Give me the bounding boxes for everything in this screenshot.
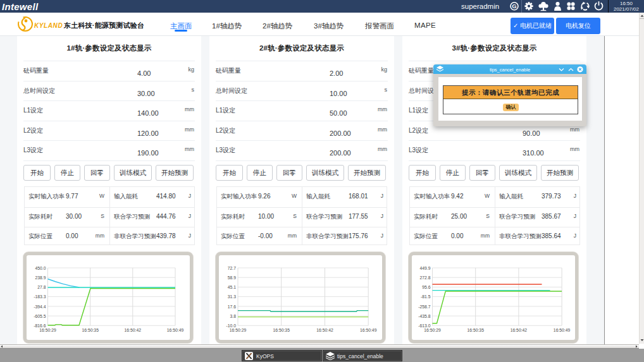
svg-text:-10.0: -10.0 <box>226 323 237 328</box>
svg-text:16:50:49: 16:50:49 <box>554 328 571 332</box>
svg-text:16:50:49: 16:50:49 <box>167 328 184 332</box>
svg-text:-613.0: -613.0 <box>418 323 430 328</box>
svg-text:16:50:35: 16:50:35 <box>467 328 484 332</box>
svg-text:238.9: 238.9 <box>35 275 46 280</box>
svg-text:58.9: 58.9 <box>228 275 236 280</box>
svg-text:95.6: 95.6 <box>422 285 430 289</box>
svg-text:450.0: 450.0 <box>35 266 46 270</box>
svg-text:72.7: 72.7 <box>228 266 236 270</box>
svg-text:16:50:42: 16:50:42 <box>125 328 142 332</box>
svg-text:16:50:35: 16:50:35 <box>273 328 290 332</box>
svg-text:449.9: 449.9 <box>419 266 430 270</box>
svg-text:-81.5: -81.5 <box>421 294 431 299</box>
svg-text:-435.8: -435.8 <box>418 314 430 318</box>
svg-text:16:50:42: 16:50:42 <box>316 328 333 332</box>
svg-text:272.8: 272.8 <box>419 275 430 280</box>
svg-text:27.8: 27.8 <box>37 285 46 289</box>
svg-text:-183.3: -183.3 <box>34 294 46 299</box>
svg-text:-394.4: -394.4 <box>34 305 46 309</box>
svg-text:-816.6: -816.6 <box>34 323 46 328</box>
svg-text:16:50:42: 16:50:42 <box>511 328 528 332</box>
svg-text:-605.5: -605.5 <box>34 314 46 318</box>
svg-text:31.3: 31.3 <box>228 294 236 299</box>
svg-text:16:50:29: 16:50:29 <box>39 328 56 332</box>
svg-text:16:50:49: 16:50:49 <box>360 328 377 332</box>
svg-text:G: G <box>512 3 516 9</box>
svg-text:16:50:29: 16:50:29 <box>424 328 441 332</box>
svg-text:17.6: 17.6 <box>228 305 236 309</box>
svg-text:45.1: 45.1 <box>228 285 236 289</box>
svg-text:-258.7: -258.7 <box>418 305 430 309</box>
svg-text:3.8: 3.8 <box>230 314 237 318</box>
svg-text:16:50:35: 16:50:35 <box>82 328 99 332</box>
svg-text:16:50:29: 16:50:29 <box>230 328 247 332</box>
